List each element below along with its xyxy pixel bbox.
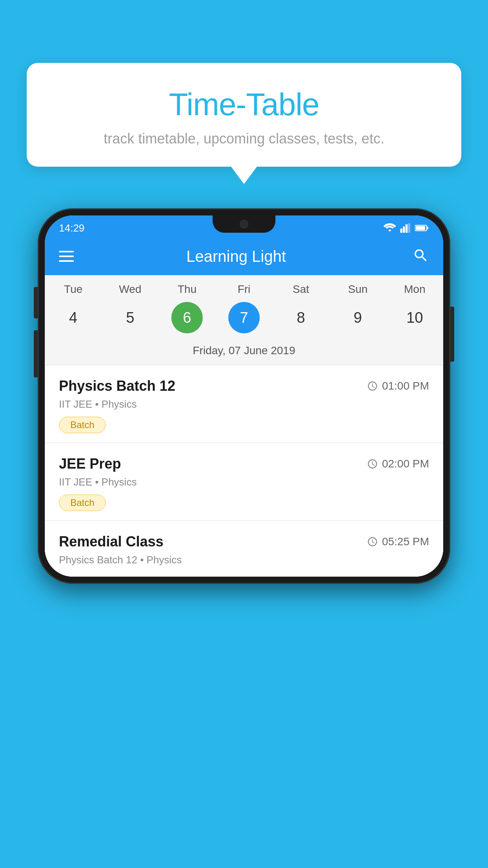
class-time-2: 02:00 PM — [367, 458, 429, 470]
phone-outer: 14:29 — [38, 208, 450, 584]
class-detail-2: IIT JEE • Physics — [59, 476, 429, 488]
day-name-sun: Sun — [338, 283, 378, 296]
status-time: 14:29 — [59, 222, 84, 234]
front-camera — [240, 220, 248, 228]
class-list: Physics Batch 12 01:00 PM IIT JEE • Phys… — [45, 365, 443, 577]
day-nums-row: 4 5 6 7 8 9 10 — [45, 299, 443, 341]
day-name-thu: Thu — [167, 283, 207, 296]
class-detail-1: IIT JEE • Physics — [59, 398, 429, 410]
search-icon[interactable] — [413, 247, 429, 265]
signal-icon — [400, 223, 411, 233]
day-name-mon: Mon — [395, 283, 434, 296]
tooltip-card: Time-Table track timetable, upcoming cla… — [27, 63, 461, 167]
phone-screen: 14:29 — [45, 215, 443, 577]
class-name-1: Physics Batch 12 — [59, 378, 175, 394]
class-name-2: JEE Prep — [59, 456, 121, 472]
day-10[interactable]: 10 — [399, 302, 430, 333]
day-9[interactable]: 9 — [342, 302, 374, 333]
svg-rect-1 — [403, 226, 405, 233]
svg-rect-3 — [408, 223, 410, 233]
day-4[interactable]: 4 — [57, 302, 89, 333]
day-6-today[interactable]: 6 — [171, 302, 203, 333]
volume-up-button — [34, 287, 38, 318]
svg-rect-2 — [405, 224, 407, 233]
svg-rect-0 — [400, 228, 402, 233]
selected-date-label: Friday, 07 June 2019 — [45, 341, 443, 365]
clock-icon-3 — [367, 536, 378, 547]
day-names-row: Tue Wed Thu Fri Sat Sun Mon — [45, 275, 443, 299]
battery-icon — [415, 223, 429, 233]
class-item-physics-batch-12[interactable]: Physics Batch 12 01:00 PM IIT JEE • Phys… — [45, 365, 443, 443]
class-item-jee-prep[interactable]: JEE Prep 02:00 PM IIT JEE • Physics Batc… — [45, 443, 443, 521]
batch-badge-1: Batch — [59, 417, 106, 433]
phone-notch — [213, 215, 275, 233]
phone-mockup: 14:29 — [38, 208, 450, 584]
day-5[interactable]: 5 — [114, 302, 146, 333]
tooltip-subtitle: track timetable, upcoming classes, tests… — [46, 131, 442, 147]
class-time-1: 01:00 PM — [367, 380, 429, 392]
app-bar: Learning Light — [45, 237, 443, 275]
status-icons — [383, 223, 429, 233]
day-name-fri: Fri — [224, 283, 264, 296]
batch-badge-2: Batch — [59, 495, 106, 511]
clock-icon-1 — [367, 381, 378, 392]
app-title: Learning Light — [60, 248, 413, 265]
day-name-tue: Tue — [53, 283, 93, 296]
wifi-icon — [383, 223, 396, 233]
svg-rect-6 — [416, 226, 425, 230]
tooltip-title: Time-Table — [46, 86, 442, 123]
class-detail-3: Physics Batch 12 • Physics — [59, 554, 429, 566]
volume-down-button — [34, 330, 38, 377]
day-8[interactable]: 8 — [285, 302, 317, 333]
day-name-sat: Sat — [281, 283, 321, 296]
power-button — [450, 307, 454, 362]
class-name-3: Remedial Class — [59, 533, 163, 550]
day-7-selected[interactable]: 7 — [228, 302, 260, 333]
svg-rect-5 — [427, 227, 428, 229]
class-time-3: 05:25 PM — [367, 535, 429, 548]
class-item-remedial[interactable]: Remedial Class 05:25 PM Physics Batch 12… — [45, 521, 443, 577]
calendar-strip: Tue Wed Thu Fri Sat Sun Mon 4 5 6 7 8 9 … — [45, 275, 443, 365]
clock-icon-2 — [367, 458, 378, 469]
day-name-wed: Wed — [110, 283, 150, 296]
